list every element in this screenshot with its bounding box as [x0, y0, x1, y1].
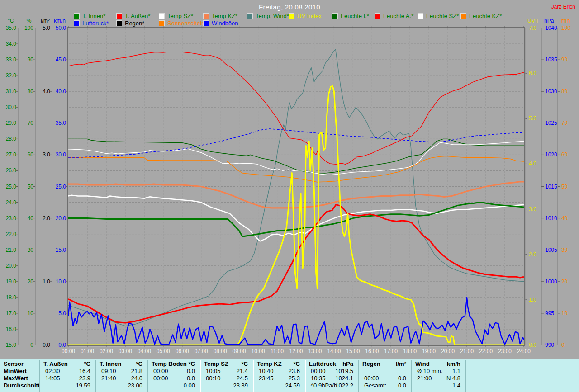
svg-text:18.0: 18.0: [6, 294, 17, 301]
svg-text:%: %: [27, 18, 32, 24]
svg-text:15.0: 15.0: [56, 247, 66, 253]
svg-text:29.0: 29.0: [6, 120, 17, 126]
svg-text:2.0: 2.0: [529, 251, 536, 258]
svg-text:24.0: 24.0: [6, 199, 17, 206]
svg-text:hPa: hPa: [544, 18, 554, 24]
table-cell: 0.0: [141, 375, 195, 382]
svg-text:km/h: km/h: [54, 18, 66, 24]
svg-text:100: 100: [561, 25, 570, 31]
svg-text:1005: 1005: [545, 247, 557, 253]
svg-text:01:00: 01:00: [81, 348, 94, 354]
svg-text:90: 90: [561, 57, 568, 63]
svg-text:24:00: 24:00: [517, 348, 531, 354]
table-cell: °C: [88, 361, 142, 367]
svg-text:17.0: 17.0: [6, 310, 17, 316]
svg-text:40: 40: [561, 215, 568, 222]
svg-text:15:00: 15:00: [346, 348, 360, 354]
svg-text:23.0: 23.0: [6, 215, 17, 222]
svg-text:30.0: 30.0: [6, 104, 17, 110]
svg-text:20: 20: [28, 279, 34, 285]
svg-text:34.0: 34.0: [6, 41, 17, 47]
svg-text:26.0: 26.0: [6, 167, 17, 174]
table-cell: 0.0: [352, 383, 406, 389]
svg-text:20:00: 20:00: [441, 348, 455, 354]
table-cell: 25.3: [246, 375, 300, 382]
table-cell: 1019.5: [299, 368, 353, 374]
svg-text:03:00: 03:00: [119, 348, 132, 354]
svg-text:3.0: 3.0: [43, 151, 50, 158]
svg-text:min: min: [561, 18, 570, 24]
svg-text:16:00: 16:00: [365, 348, 379, 354]
svg-text:60: 60: [561, 151, 568, 158]
svg-text:5.0: 5.0: [58, 310, 66, 316]
table-cell: 1.1: [406, 368, 460, 374]
table-cell: 1.4: [406, 383, 460, 389]
svg-text:31.0: 31.0: [6, 88, 17, 94]
table-cell: 19.59: [36, 383, 90, 389]
svg-text:32.0: 32.0: [6, 72, 17, 79]
table-cell: 23.39: [194, 383, 248, 389]
svg-text:30.0: 30.0: [56, 151, 66, 158]
svg-text:21.0: 21.0: [6, 247, 17, 253]
table-cell: Sensor: [4, 361, 24, 367]
svg-text:1015: 1015: [545, 184, 557, 190]
svg-text:l/m²: l/m²: [41, 18, 50, 24]
table-cell: l/m²: [352, 361, 406, 367]
table-cell: km/h: [406, 361, 460, 367]
svg-text:22:00: 22:00: [479, 348, 493, 354]
svg-text:5.0: 5.0: [43, 25, 50, 31]
svg-text:15.0: 15.0: [6, 342, 17, 348]
svg-text:7.0: 7.0: [529, 25, 536, 31]
table-cell: 1024.1: [299, 375, 353, 382]
svg-text:06:00: 06:00: [176, 348, 189, 354]
svg-text:21:00: 21:00: [460, 348, 474, 354]
svg-text:12:00: 12:00: [289, 348, 303, 354]
table-cell: °C: [141, 361, 195, 367]
svg-text:0.0: 0.0: [58, 342, 66, 348]
svg-text:19:00: 19:00: [422, 348, 436, 354]
svg-text:1040: 1040: [545, 25, 557, 31]
svg-text:80: 80: [561, 88, 568, 94]
svg-text:40.0: 40.0: [56, 88, 66, 94]
table-cell: 1022.2: [299, 383, 353, 389]
table-cell: 24.5: [194, 375, 248, 382]
svg-text:33.0: 33.0: [6, 57, 17, 63]
svg-text:28.0: 28.0: [6, 136, 17, 142]
table-cell: 0.0: [141, 368, 195, 374]
svg-text:6.0: 6.0: [529, 70, 536, 76]
svg-text:10: 10: [561, 310, 568, 316]
table-cell: °C: [36, 361, 90, 367]
svg-text:2.0: 2.0: [43, 215, 50, 222]
table-cell: 23.9: [36, 375, 90, 382]
svg-text:1020: 1020: [545, 151, 557, 158]
svg-text:70: 70: [561, 120, 568, 126]
svg-text:1.0: 1.0: [529, 297, 536, 303]
svg-text:50: 50: [28, 184, 34, 190]
svg-text:30: 30: [28, 247, 34, 253]
svg-text:09:00: 09:00: [233, 348, 246, 354]
table-cell: 0.00: [141, 383, 195, 389]
svg-text:90: 90: [28, 57, 34, 63]
table-cell: 21.8: [88, 368, 142, 374]
svg-text:18:00: 18:00: [403, 348, 417, 354]
table-cell: Durchschnitt: [4, 383, 40, 389]
svg-text:25.0: 25.0: [6, 184, 17, 190]
svg-text:10: 10: [28, 310, 34, 316]
svg-text:UV-I: UV-I: [527, 18, 538, 24]
svg-text:08:00: 08:00: [214, 348, 227, 354]
table-cell: °C: [246, 361, 300, 367]
svg-text:50.0: 50.0: [56, 25, 66, 31]
svg-text:02:00: 02:00: [100, 348, 113, 354]
svg-text:1010: 1010: [545, 215, 557, 222]
svg-text:20: 20: [561, 279, 568, 285]
svg-text:05:00: 05:00: [157, 348, 170, 354]
svg-text:40: 40: [28, 215, 34, 222]
weather-chart-canvas: 35.034.033.032.031.030.029.028.027.026.0…: [0, 0, 579, 357]
svg-text:13:00: 13:00: [308, 348, 322, 354]
svg-text:50: 50: [561, 184, 568, 190]
table-cell: MaxWert: [4, 375, 28, 382]
svg-text:70: 70: [28, 120, 34, 126]
svg-text:1.0: 1.0: [43, 279, 50, 285]
svg-text:17:00: 17:00: [384, 348, 398, 354]
svg-text:04:00: 04:00: [138, 348, 151, 354]
